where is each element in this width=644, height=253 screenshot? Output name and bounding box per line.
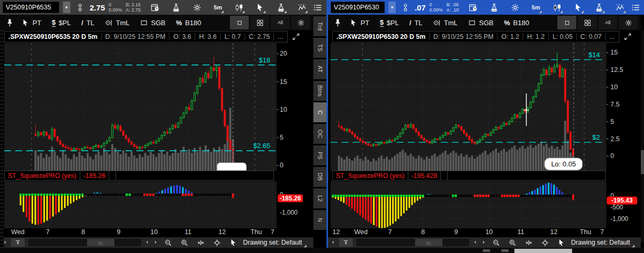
symbol-input[interactable]: V250910P6530 bbox=[331, 2, 385, 13]
chart-header: .SPXW250910P6535 20 D 5m D: 9/10/25 12:5… bbox=[4, 31, 300, 43]
dollar-pl-button[interactable]: $$PL bbox=[47, 16, 76, 29]
patterns-icon[interactable] bbox=[614, 1, 626, 14]
time-level-button[interactable]: TmL bbox=[428, 16, 462, 29]
fit-width-icon[interactable] bbox=[194, 236, 207, 249]
all-button[interactable]: All bbox=[271, 16, 290, 29]
step-left-arrow[interactable] bbox=[145, 239, 150, 246]
crosshair-icon[interactable] bbox=[539, 236, 551, 249]
sidebar-tab-ts[interactable]: TS bbox=[313, 38, 326, 58]
sidebar-tab-db[interactable]: DB bbox=[313, 167, 326, 187]
chart-style-button[interactable] bbox=[233, 1, 245, 14]
symbol-dropdown-button[interactable]: ▼ bbox=[63, 2, 70, 13]
chart-style-button[interactable] bbox=[551, 1, 563, 14]
svg-text:7: 7 bbox=[600, 228, 604, 236]
collapse-panel-button[interactable] bbox=[339, 238, 353, 247]
h-scrollbar-thumb[interactable]: ||| bbox=[87, 239, 114, 246]
zoom-out-icon[interactable] bbox=[162, 236, 174, 249]
price-chart-canvas[interactable]: $18$2.6520151050 bbox=[0, 43, 313, 171]
drawing-set-selector[interactable]: Drawing set: Default bbox=[571, 239, 635, 246]
studies-flask-icon[interactable] bbox=[488, 1, 500, 14]
h-scrollbar[interactable]: ||| bbox=[28, 239, 141, 246]
grid-layout-button[interactable] bbox=[578, 16, 597, 29]
trendline-button[interactable]: /TL bbox=[77, 16, 99, 29]
b180-button[interactable]: %B180 bbox=[499, 16, 534, 29]
sidebar-tab-trd[interactable]: Trd bbox=[313, 16, 326, 36]
price-tool-button[interactable]: PT bbox=[17, 16, 46, 29]
menu-icon[interactable] bbox=[312, 1, 324, 14]
maximize-button[interactable] bbox=[230, 16, 249, 29]
drawing-set-selector[interactable]: Drawing set: Default bbox=[243, 239, 307, 246]
taskbar-segment bbox=[514, 249, 572, 253]
last-price: .07 bbox=[415, 3, 426, 12]
link-icon[interactable] bbox=[74, 1, 86, 14]
scrollbar-thumb[interactable] bbox=[641, 150, 644, 174]
trendline-button[interactable]: /TL bbox=[405, 16, 427, 29]
zoom-in-icon[interactable] bbox=[178, 236, 191, 249]
symbol-dropdown-button[interactable]: ▼ bbox=[388, 2, 396, 13]
pin-icon[interactable] bbox=[3, 16, 16, 29]
crosshair-icon[interactable] bbox=[210, 236, 223, 249]
symbol-input[interactable]: V250910P6535 bbox=[3, 2, 59, 13]
svg-text:11: 11 bbox=[185, 228, 192, 236]
more-fields[interactable]: ... bbox=[274, 33, 287, 40]
dollar-pl-button[interactable]: $$PL bbox=[375, 16, 404, 29]
sidebar-tab-c[interactable]: C bbox=[313, 102, 326, 122]
svg-text:10: 10 bbox=[150, 228, 157, 236]
study-spacer-wide bbox=[116, 171, 274, 181]
menu-icon[interactable] bbox=[630, 1, 641, 14]
vertical-scrollbar[interactable] bbox=[641, 30, 644, 243]
sgb-button[interactable]: SGB bbox=[135, 16, 170, 29]
sidebar-tab-n[interactable]: N bbox=[313, 210, 326, 230]
timeframe-button[interactable]: 5m bbox=[212, 1, 224, 14]
price-chart-canvas[interactable]: $14$21512.5107.552.50Lo: 0.05 bbox=[326, 43, 644, 171]
events-icon[interactable] bbox=[149, 1, 161, 14]
pin-icon[interactable] bbox=[331, 16, 344, 29]
zoom-in-icon[interactable] bbox=[506, 236, 519, 249]
step-left-arrow[interactable] bbox=[473, 239, 478, 246]
squeeze-study-canvas[interactable]: 0-500-1,000-195.4312Wed789101112Thu7 bbox=[326, 181, 644, 237]
settings-gear-icon[interactable] bbox=[191, 1, 203, 14]
settings-gear-icon[interactable] bbox=[509, 1, 521, 14]
settings-gear-button[interactable] bbox=[619, 16, 638, 29]
price-tool-button[interactable]: PT bbox=[345, 16, 374, 29]
grid-layout-button[interactable] bbox=[250, 16, 269, 29]
sidebar-tab-at[interactable]: AT bbox=[313, 59, 326, 79]
strategies-flask-icon[interactable] bbox=[275, 1, 287, 14]
svg-text:11: 11 bbox=[518, 228, 524, 236]
sidebar-tab-btns[interactable]: Btns bbox=[313, 81, 326, 101]
link-icon[interactable] bbox=[399, 1, 411, 14]
settings-gear-button[interactable] bbox=[291, 16, 310, 29]
timeframe-button[interactable]: 5m bbox=[530, 1, 542, 14]
h-scrollbar-thumb[interactable]: ||| bbox=[415, 239, 442, 246]
study-name[interactable]: ST_SqueezePRO (yes) bbox=[332, 171, 408, 181]
cursor-tool-button[interactable] bbox=[254, 1, 266, 14]
bar-high: H: 3.6 bbox=[195, 33, 220, 40]
study-name[interactable]: ST_SqueezePRO (yes) bbox=[4, 171, 80, 181]
all-button[interactable]: All bbox=[598, 16, 617, 29]
strategies-flask-icon[interactable] bbox=[593, 1, 605, 14]
sidebar-tab-l2[interactable]: L2 bbox=[313, 188, 326, 208]
fit-width-icon[interactable] bbox=[522, 236, 535, 249]
zoom-out-icon[interactable] bbox=[490, 236, 502, 249]
patterns-icon[interactable] bbox=[295, 1, 308, 14]
b180-button[interactable]: %B180 bbox=[171, 16, 206, 29]
sgb-button[interactable]: SGB bbox=[463, 16, 498, 29]
restore-size-icon[interactable] bbox=[292, 33, 300, 41]
collapse-panel-button[interactable] bbox=[11, 238, 25, 247]
restore-size-icon[interactable] bbox=[624, 33, 632, 41]
sidebar-tab-ps[interactable]: PS bbox=[313, 145, 326, 165]
events-icon[interactable] bbox=[467, 1, 479, 14]
squeeze-study-canvas[interactable]: 0-1,000-185.26Wed789101112Thu7 bbox=[0, 181, 313, 237]
time-level-button[interactable]: TmL bbox=[100, 16, 134, 29]
pointer-icon[interactable] bbox=[555, 236, 567, 249]
scroll-left-arrow[interactable] bbox=[331, 239, 335, 246]
h-scrollbar[interactable]: ||| bbox=[356, 239, 469, 246]
pointer-icon[interactable] bbox=[227, 236, 239, 249]
step-right-arrow[interactable] bbox=[153, 239, 158, 246]
more-fields[interactable]: ... bbox=[606, 33, 618, 40]
maximize-button[interactable] bbox=[557, 16, 576, 29]
studies-flask-icon[interactable] bbox=[170, 1, 182, 14]
cursor-tool-button[interactable] bbox=[572, 1, 584, 14]
sidebar-tab-oc[interactable]: OC bbox=[313, 124, 326, 144]
step-right-arrow[interactable] bbox=[481, 239, 486, 246]
